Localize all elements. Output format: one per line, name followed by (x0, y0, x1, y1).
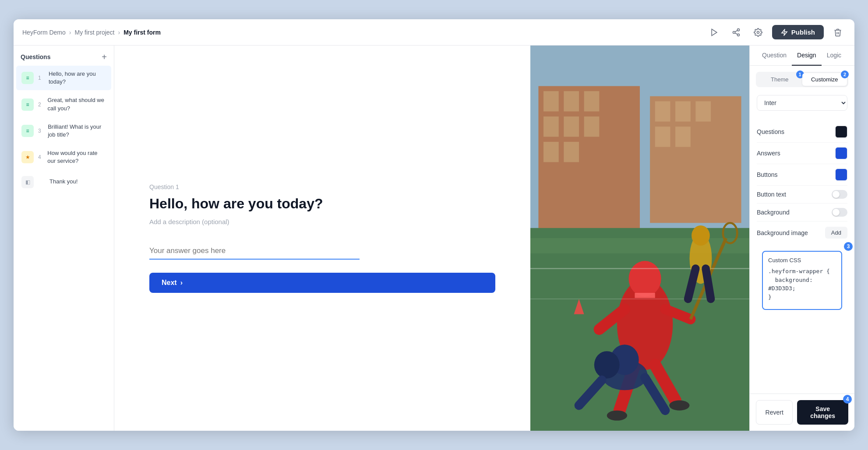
panel-tabs: Question Design Logic (750, 46, 854, 66)
share-button[interactable] (728, 25, 744, 40)
next-label: Next (162, 279, 177, 287)
sidebar-header: Questions + (14, 46, 114, 65)
background-color-label: Background (757, 209, 790, 216)
svg-rect-10 (543, 91, 559, 111)
sub-tab-theme[interactable]: Theme 1 (757, 73, 802, 86)
tab-logic-label: Logic (827, 52, 841, 59)
next-arrow-icon: › (180, 279, 183, 287)
custom-css-textarea[interactable]: .heyform-wrapper { background: #D3D3D3; … (768, 267, 836, 302)
questions-color-label: Questions (757, 128, 784, 135)
svg-rect-28 (635, 293, 655, 298)
save-btn-wrapper: Save changes 4 (797, 400, 848, 425)
svg-rect-20 (675, 101, 691, 121)
add-question-button[interactable]: + (102, 53, 107, 61)
breadcrumb-sep1: › (69, 29, 71, 36)
buttons-color-swatch[interactable] (835, 169, 847, 181)
tab-question[interactable]: Question (757, 46, 792, 66)
sidebar-item-thankyou[interactable]: ◧ Thank you! (16, 172, 111, 193)
panel-spacer (750, 317, 854, 394)
svg-point-39 (594, 351, 620, 379)
sidebar-item-num-2: 2 (38, 102, 43, 108)
sidebar-item-text-2: Great, what should we call you? (48, 96, 106, 112)
sidebar-item-2[interactable]: ≡ 2 Great, what should we call you? (16, 92, 111, 116)
save-button[interactable]: Save changes (797, 400, 848, 425)
svg-rect-25 (530, 238, 749, 253)
sidebar-item-text-3: Brilliant! What is your job title? (48, 123, 106, 139)
revert-button[interactable]: Revert (756, 400, 793, 425)
background-toggle[interactable] (832, 208, 847, 217)
sidebar: Questions + ≡ 1 Hello, how are you today… (14, 46, 114, 431)
publish-button[interactable]: Publish (772, 25, 824, 39)
add-image-button[interactable]: Add (825, 227, 847, 239)
form-image-container (530, 46, 749, 431)
button-text-toggle-knob (833, 191, 840, 198)
header-actions: Publish (706, 25, 846, 40)
app-window: HeyForm Demo › My first project › My fir… (14, 19, 854, 431)
preview-button[interactable] (706, 25, 722, 40)
svg-point-36 (669, 401, 689, 411)
background-toggle-knob (833, 209, 840, 216)
font-select[interactable]: Inter Roboto Open Sans (757, 95, 847, 111)
question-desc: Add a description (optional) (149, 218, 495, 225)
sidebar-title: Questions (21, 53, 50, 60)
color-row-background: Background (757, 204, 847, 221)
breadcrumb-part2[interactable]: My first project (74, 29, 114, 36)
svg-marker-0 (712, 29, 717, 35)
sidebar-item-1[interactable]: ≡ 1 Hello, how are you today? (16, 66, 111, 90)
tab-logic[interactable]: Logic (822, 46, 847, 66)
buttons-color-label: Buttons (757, 171, 777, 178)
color-row-button-text: Button text (757, 186, 847, 204)
bg-image-section: Background image Add (750, 221, 854, 244)
custom-css-wrapper: 3 Custom CSS .heyform-wrapper { backgrou… (756, 246, 848, 314)
svg-rect-13 (543, 116, 559, 137)
trash-button[interactable] (830, 25, 846, 40)
custom-css-label: Custom CSS (768, 257, 836, 264)
tab-design-label: Design (797, 52, 816, 59)
panel-sub-tabs: Theme 1 Customize 2 (756, 72, 848, 87)
color-row-buttons: Buttons (757, 164, 847, 186)
svg-rect-23 (675, 127, 691, 147)
sidebar-item-4[interactable]: ★ 4 How would you rate our service? (16, 145, 111, 169)
color-rows: Questions Answers Buttons Button text (750, 121, 854, 221)
sub-tab-theme-label: Theme (771, 76, 788, 83)
svg-rect-17 (564, 142, 579, 162)
svg-point-6 (757, 31, 759, 33)
header: HeyForm Demo › My first project › My fir… (14, 19, 854, 46)
breadcrumb-part3: My first form (123, 29, 161, 36)
svg-point-1 (737, 28, 739, 31)
answers-color-label: Answers (757, 150, 780, 157)
button-text-toggle[interactable] (832, 190, 847, 199)
svg-rect-15 (584, 116, 600, 137)
panel-actions: Revert Save changes 4 (750, 394, 854, 431)
sidebar-item-icon-3: ≡ (21, 125, 34, 137)
svg-point-3 (737, 34, 739, 36)
tab-design[interactable]: Design (792, 46, 822, 66)
sub-tab-customize[interactable]: Customize 2 (802, 73, 847, 86)
svg-rect-19 (655, 101, 670, 121)
svg-line-5 (735, 30, 737, 32)
customize-badge: 2 (841, 70, 849, 78)
form-left: Question 1 Hello, how are you today? Add… (114, 46, 530, 431)
settings-button[interactable] (750, 25, 766, 40)
canvas-area: Question 1 Hello, how are you today? Add… (114, 46, 749, 431)
questions-color-swatch[interactable] (835, 126, 847, 138)
main: Questions + ≡ 1 Hello, how are you today… (14, 46, 854, 431)
sidebar-item-text-4: How would you rate our service? (47, 149, 106, 165)
svg-point-45 (692, 225, 710, 246)
answers-color-swatch[interactable] (835, 147, 847, 159)
panel-section-font: Inter Roboto Open Sans (750, 90, 854, 121)
next-button[interactable]: Next › (149, 273, 495, 293)
sidebar-item-text-1: Hello, how are you today? (49, 70, 106, 86)
tab-question-label: Question (762, 52, 787, 59)
svg-marker-7 (782, 29, 787, 35)
badge-3: 3 (844, 242, 853, 251)
sidebar-item-3[interactable]: ≡ 3 Brilliant! What is your job title? (16, 119, 111, 143)
svg-point-27 (629, 261, 661, 296)
color-row-answers: Answers (757, 143, 847, 164)
breadcrumb-part1[interactable]: HeyForm Demo (22, 29, 66, 36)
svg-rect-22 (655, 127, 670, 147)
sidebar-item-icon-2: ≡ (21, 98, 34, 111)
custom-css-box[interactable]: Custom CSS .heyform-wrapper { background… (762, 251, 842, 310)
sidebar-item-num-4: 4 (38, 154, 43, 160)
answer-input[interactable] (149, 243, 360, 260)
